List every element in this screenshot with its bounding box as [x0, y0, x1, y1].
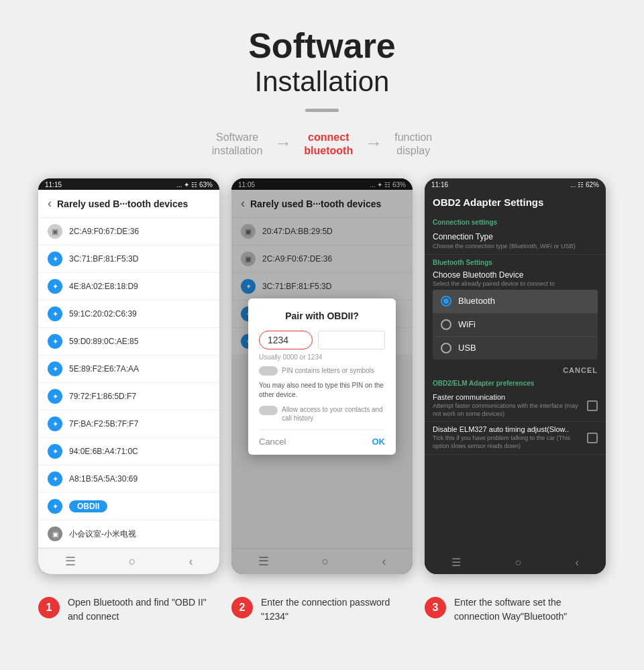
obd-header: OBD2 Adapter Settings: [425, 190, 606, 219]
pref-row-2[interactable]: Disable ELM327 auto timing adjust(Slow..…: [425, 422, 606, 454]
wifi-radio[interactable]: [441, 319, 451, 330]
step-circle-2: 2: [231, 597, 253, 618]
choose-bt-sub: Select the already paired device to conn…: [433, 280, 598, 287]
pref-row-2-text: Disable ELM327 auto timing adjust(Slow..…: [433, 425, 587, 450]
step-1-label: Softwareinstallation: [212, 131, 263, 159]
connection-section: Connection settings: [425, 219, 606, 229]
page-header: Software Installation: [0, 0, 644, 131]
pin-toggle[interactable]: [259, 366, 278, 376]
dropdown-cancel-button[interactable]: CANCEL: [563, 366, 598, 374]
bt-icon-blue: ✦: [48, 306, 62, 321]
pair-input-empty[interactable]: [318, 331, 385, 349]
xiaomi-icon: ▣: [48, 526, 62, 541]
elm-checkbox[interactable]: [587, 433, 598, 443]
header-title-bold: Software: [0, 27, 644, 65]
dropdown-cancel-row: CANCEL: [425, 364, 606, 380]
faster-comm-checkbox[interactable]: [587, 400, 598, 411]
list-item[interactable]: ✦79:72:F1:86:5D:F7: [38, 383, 219, 410]
phone-1-time: 11:15: [45, 181, 62, 188]
nav-back-icon[interactable]: ‹: [575, 557, 578, 569]
nav-back-icon[interactable]: ‹: [189, 555, 193, 569]
bluetooth-radio[interactable]: [441, 296, 451, 306]
screens-area: 11:15 ... ✦ ☷ 63% ‹ Rarely used B···toot…: [0, 178, 644, 574]
connection-type-sub: Choose the connection type (Bluetooth, W…: [433, 243, 598, 251]
list-item[interactable]: ▣2C:A9:F0:67:DE:36: [38, 218, 219, 245]
bt-icon-blue: ✦: [48, 252, 62, 266]
steps-navigation: Softwareinstallation → connectbluetooth …: [0, 131, 644, 159]
phone-1-title: Rarely used B···tooth devices: [57, 199, 188, 209]
phone-1-header: ‹ Rarely used B···tooth devices: [38, 190, 219, 218]
list-item[interactable]: ✦7F:BA:F2:5B:7F:F7: [38, 410, 219, 438]
nav-home-icon[interactable]: ○: [129, 555, 136, 569]
pair-divider: [259, 429, 385, 430]
bluetooth-label: Bluetooth: [458, 296, 495, 306]
connection-type-row[interactable]: Connection Type Choose the connection ty…: [425, 229, 606, 255]
pair-pin-row: PIN contains letters or symbols: [259, 366, 385, 376]
bt-icon-blue: ✦: [48, 416, 62, 431]
dropdown-usb[interactable]: USB: [433, 337, 598, 359]
desc-text-1: Open Bluetooth and find "OBD II" and con…: [68, 596, 219, 624]
phone-1-status-bar: 11:15 ... ✦ ☷ 63%: [38, 178, 219, 190]
step-2-label: connectbluetooth: [304, 131, 353, 159]
desc-item-2: 2 Enter the connection password "1234": [231, 596, 413, 624]
pair-note: You may also need to type this PIN on th…: [259, 381, 385, 400]
pref-row-1[interactable]: Faster communication Attempt faster comm…: [425, 390, 606, 422]
bt-icon-blue: ✦: [48, 471, 62, 486]
list-item[interactable]: ✦5E:89:F2:E6:7A:AA: [38, 355, 219, 383]
desc-text-3: Enter the software set the connection Wa…: [454, 596, 606, 624]
list-item[interactable]: ✦3C:71:BF:81:F5:3D: [38, 245, 219, 273]
step-arrow-2: →: [365, 133, 382, 154]
obdii-badge: OBDII: [69, 500, 107, 512]
pair-input-wrap: 1234: [259, 331, 385, 349]
list-item[interactable]: ✦59:D0:89:0C:AE:85: [38, 328, 219, 355]
desc-item-1: 1 Open Bluetooth and find "OBD II" and c…: [38, 596, 219, 624]
xiaomi-label: 小会议室-小米电视: [69, 528, 136, 540]
pref-row-1-text: Faster communication Attempt faster comm…: [433, 393, 587, 418]
phone-1-back[interactable]: ‹: [48, 197, 52, 211]
access-toggle-label: Allow access to your contacts and call h…: [282, 405, 385, 423]
connection-type-title: Connection Type: [433, 232, 598, 241]
pref-section-header: OBD2/ELM Adapter preferences: [425, 380, 606, 390]
usb-label: USB: [458, 343, 476, 353]
choose-bt-title: Choose Bluetooth Device: [433, 270, 598, 280]
dropdown-bluetooth[interactable]: Bluetooth: [433, 290, 598, 313]
list-item[interactable]: ✦94:0E:6B:A4:71:0C: [38, 438, 219, 465]
step-arrow-1: →: [274, 133, 292, 154]
obdii-item[interactable]: ✦ OBDII: [38, 493, 219, 520]
phone-1: 11:15 ... ✦ ☷ 63% ‹ Rarely used B···toot…: [38, 178, 219, 574]
access-toggle[interactable]: [259, 406, 278, 415]
nav-home-icon[interactable]: ○: [515, 557, 521, 569]
dropdown-wifi[interactable]: WiFi: [433, 313, 598, 337]
pair-actions: Cancel OK: [259, 434, 385, 447]
pair-input[interactable]: 1234: [259, 331, 313, 349]
list-item[interactable]: ✦59:1C:20:02:C6:39: [38, 300, 219, 328]
pref-section-label: OBD2/ELM Adapter preferences: [433, 380, 598, 387]
nav-menu-icon[interactable]: ☰: [451, 556, 461, 569]
bt-section-label: Bluetooth Settings: [433, 259, 598, 266]
step-circle-1: 1: [38, 597, 60, 618]
choose-bt-row[interactable]: Choose Bluetooth Device Select the alrea…: [425, 270, 606, 290]
usb-radio[interactable]: [441, 343, 451, 353]
header-title-normal: Installation: [0, 65, 644, 99]
pair-ok-button[interactable]: OK: [372, 437, 386, 447]
list-item[interactable]: ✦4E:8A:02:E8:18:D9: [38, 273, 219, 300]
phone-2: 11:05 ... ✦ ☷ 63% ‹ Rarely used B···toot…: [231, 178, 413, 574]
connection-section-label: Connection settings: [433, 219, 598, 226]
bt-section: Bluetooth Settings: [425, 255, 606, 270]
list-item[interactable]: ✦A8:1B:5A:5A:30:69: [38, 465, 219, 493]
bt-icon-blue: ✦: [48, 361, 62, 376]
header-divider: [305, 109, 339, 112]
pair-cancel-button[interactable]: Cancel: [259, 437, 286, 447]
elm-sub: Tick this if you have problem talking to…: [433, 435, 582, 450]
xiaomi-item[interactable]: ▣ 小会议室-小米电视: [38, 520, 219, 548]
pin-toggle-label: PIN contains letters or symbols: [282, 367, 374, 374]
wifi-label: WiFi: [458, 319, 476, 329]
faster-comm-title: Faster communication: [433, 393, 582, 401]
pair-input-hint: Usually 0000 or 1234: [259, 353, 385, 361]
desc-item-3: 3 Enter the software set the connection …: [425, 596, 606, 624]
obdii-bt-icon: ✦: [48, 499, 62, 514]
phone-1-icons: ... ✦ ☷ 63%: [176, 181, 213, 188]
nav-menu-icon[interactable]: ☰: [65, 554, 76, 569]
bt-icon-gray: ▣: [48, 224, 62, 239]
desc-text-2: Enter the connection password "1234": [261, 596, 413, 624]
